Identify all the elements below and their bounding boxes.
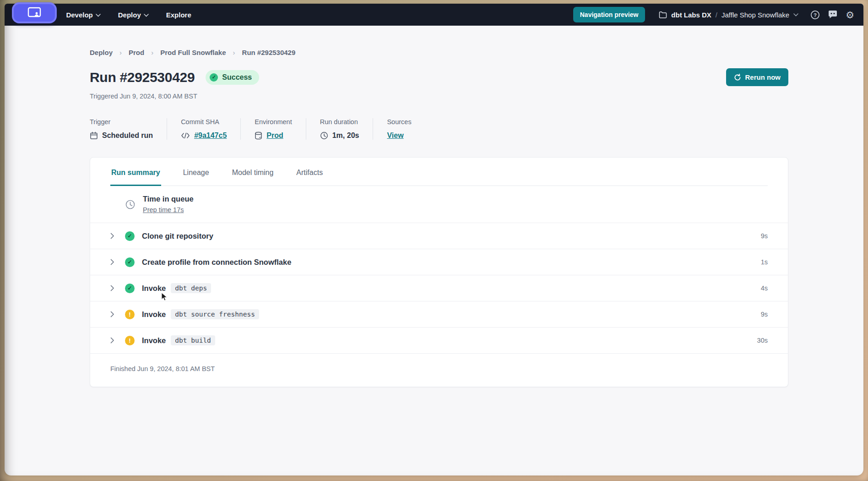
meta-item: Sources View — [373, 118, 425, 140]
meta-label: Sources — [387, 118, 411, 126]
meta-value[interactable]: #9a147c5 — [194, 131, 227, 140]
chevron-down-icon — [144, 14, 149, 17]
step-status-icon — [125, 310, 135, 319]
meta-label: Trigger — [90, 118, 153, 126]
time-in-queue-row: Time in queue Prep time 17s — [90, 186, 788, 223]
meta-label: Run duration — [320, 118, 359, 126]
prep-time-link[interactable]: Prep time 17s — [143, 206, 184, 213]
step-status-icon — [125, 257, 135, 267]
nav-item[interactable]: Deploy — [118, 11, 149, 19]
step-status-icon — [125, 231, 135, 241]
database-icon — [255, 131, 262, 140]
tab[interactable]: Model timing — [231, 169, 275, 186]
run-step-row[interactable]: Invoke dbt deps 4s — [90, 275, 788, 301]
meta-label: Environment — [255, 118, 292, 126]
tab[interactable]: Run summary — [110, 169, 161, 186]
run-summary-card: Run summary Lineage Model timing Artifac… — [90, 157, 788, 387]
run-step-row[interactable]: Clone git repository 9s — [90, 223, 788, 249]
breadcrumb-item[interactable]: Run #292530429 — [226, 49, 296, 56]
feedback-icon[interactable] — [828, 10, 838, 19]
chevron-right-icon[interactable] — [110, 259, 119, 265]
account-name: dbt Labs DX — [671, 11, 711, 19]
step-duration: 4s — [761, 284, 768, 292]
navigation-preview-button[interactable]: Navigation preview — [573, 7, 646, 22]
primary-nav: Develop Deploy Explore — [66, 11, 191, 19]
gear-icon[interactable]: ⚙ — [846, 10, 854, 20]
tab-bar: Run summary Lineage Model timing Artifac… — [110, 158, 768, 186]
run-meta-strip: Trigger Scheduled run Commit SHA — [90, 118, 788, 140]
triggered-timestamp: Triggered Jun 9, 2024, 8:00 AM BST — [90, 93, 788, 100]
project-name: Jaffle Shop Snowflake — [722, 11, 789, 19]
top-navbar: dbt Develop Deploy Explore — [5, 4, 863, 26]
refresh-icon — [734, 74, 741, 81]
chevron-right-icon[interactable] — [110, 311, 119, 317]
page-header: Run #292530429 Success Rerun now — [90, 68, 788, 86]
chevron-right-icon[interactable] — [110, 233, 119, 239]
step-duration: 9s — [761, 311, 768, 318]
calendar-icon — [90, 131, 98, 140]
breadcrumb: Deploy Prod Prod Full Snowflake Run #292… — [90, 49, 788, 56]
meta-item: Run duration 1m, 20s — [306, 118, 373, 140]
meta-value[interactable]: Scheduled run — [102, 131, 153, 140]
nav-item[interactable]: Explore — [166, 11, 191, 19]
tab[interactable]: Artifacts — [295, 169, 324, 186]
run-step-row[interactable]: Invoke dbt source freshness 9s — [90, 301, 788, 328]
nav-item-label: Develop — [66, 11, 92, 19]
svg-text:?: ? — [814, 12, 817, 17]
rerun-now-label: Rerun now — [745, 73, 781, 81]
breadcrumb-item[interactable]: Prod Full Snowflake — [144, 49, 226, 56]
step-label: Invoke — [142, 310, 166, 319]
queue-title: Time in queue — [143, 195, 194, 203]
meta-icon — [181, 132, 190, 139]
queue-clock-icon — [125, 199, 136, 210]
status-badge: Success — [206, 70, 259, 85]
step-label: Clone git repository — [142, 232, 213, 240]
chevron-right-icon[interactable] — [110, 337, 119, 344]
rerun-now-button[interactable]: Rerun now — [726, 68, 789, 86]
step-command-chip: dbt source freshness — [171, 309, 259, 319]
app-window: dbt Develop Deploy Explore — [5, 4, 863, 476]
screen-with-person-icon — [27, 7, 41, 19]
navbar-right: Navigation preview dbt Labs DX / Jaffle … — [573, 7, 854, 22]
step-label: Create profile from connection Snowflake — [142, 258, 291, 267]
meta-icon — [90, 131, 98, 140]
meta-icon — [255, 131, 262, 140]
meta-value[interactable]: 1m, 20s — [332, 131, 359, 140]
nav-item-label: Explore — [166, 11, 191, 19]
step-status-icon — [125, 284, 135, 293]
meta-item: Environment Prod — [240, 118, 305, 140]
run-step-row[interactable]: Invoke dbt build 30s — [90, 328, 788, 354]
meta-icon — [320, 131, 328, 140]
account-project-switcher[interactable]: dbt Labs DX / Jaffle Shop Snowflake — [659, 11, 798, 19]
breadcrumb-item[interactable]: Deploy — [90, 49, 113, 56]
navbar-utility-icons: ? ⚙ — [810, 10, 854, 20]
meta-item: Commit SHA #9a147c5 — [167, 118, 240, 140]
step-duration: 30s — [757, 337, 768, 344]
step-label: Invoke — [142, 284, 166, 293]
step-command-chip: dbt build — [171, 335, 215, 345]
status-badge-label: Success — [222, 73, 252, 82]
chevron-right-icon[interactable] — [110, 285, 119, 291]
success-check-icon — [210, 73, 218, 82]
meta-value[interactable]: Prod — [266, 131, 283, 140]
clock-icon — [320, 131, 328, 140]
step-label: Invoke — [142, 336, 166, 345]
step-duration: 9s — [761, 232, 768, 240]
meta-value[interactable]: View — [387, 131, 403, 140]
tab[interactable]: Lineage — [182, 169, 210, 186]
help-icon[interactable]: ? — [810, 10, 820, 20]
meta-item: Trigger Scheduled run — [90, 118, 167, 140]
run-step-row[interactable]: Create profile from connection Snowflake… — [90, 249, 788, 275]
meta-label: Commit SHA — [181, 118, 227, 126]
step-command-chip: dbt deps — [171, 283, 211, 293]
chevron-down-icon — [96, 14, 101, 17]
screen-share-indicator[interactable] — [12, 2, 57, 23]
nav-item[interactable]: Develop — [66, 11, 100, 19]
step-duration: 1s — [761, 258, 768, 266]
nav-item-label: Deploy — [118, 11, 141, 19]
chevron-down-icon — [793, 13, 798, 16]
breadcrumb-item[interactable]: Prod — [113, 49, 144, 56]
main-content: Deploy Prod Prod Full Snowflake Run #292… — [90, 26, 788, 387]
code-icon — [181, 132, 190, 139]
account-separator: / — [716, 11, 717, 19]
